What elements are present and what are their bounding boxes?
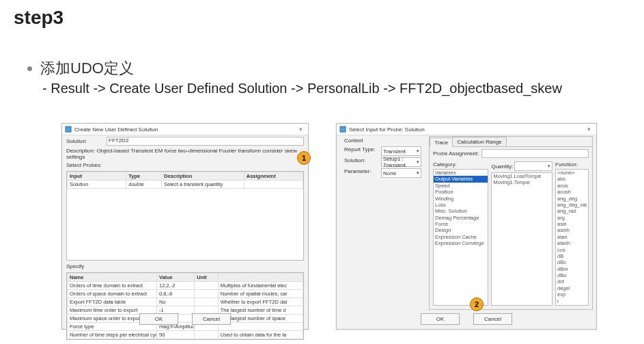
table-row[interactable]: Orders of time domain to extract12,2,-2M… — [68, 282, 303, 290]
table-row[interactable]: Export FFT2D data tableNoWhether to expo… — [68, 298, 303, 306]
table-cell: 50 — [157, 331, 195, 339]
list-item[interactable]: atanh — [556, 240, 588, 246]
svg-rect-0 — [66, 127, 71, 132]
probe-row[interactable]: Solution double Select a transient quant… — [68, 181, 303, 189]
list-item[interactable]: dct — [556, 278, 588, 285]
parameter-value: None — [383, 170, 396, 176]
list-item[interactable]: ang_deg_val — [556, 202, 588, 208]
list-item[interactable]: arg — [556, 215, 588, 221]
parameter-label: Parameter: — [344, 168, 378, 178]
table-row[interactable]: Number of time steps per electrical cycl… — [68, 331, 303, 339]
spec-hdr-value: Value — [157, 274, 195, 282]
tab-trace[interactable]: Trace — [430, 137, 453, 147]
list-item[interactable]: acosh — [556, 189, 588, 195]
table-cell: Multiples of fundamental elec — [218, 282, 303, 290]
solution-label: Solution — [66, 138, 104, 144]
probe-cell: Solution — [68, 181, 126, 189]
list-item[interactable]: asin — [556, 221, 588, 227]
probe-assignment-input[interactable] — [481, 149, 589, 158]
probe-hdr-desc: Description — [162, 172, 244, 181]
list-item[interactable]: Speed — [434, 183, 488, 189]
description-value: Object-based Transient EM force two-dime… — [66, 148, 297, 160]
list-item[interactable]: Force — [434, 221, 488, 227]
list-item[interactable]: j0 — [556, 304, 588, 306]
parameter-select[interactable]: None ▾ — [381, 168, 421, 178]
solution-label: Solution: — [344, 157, 378, 167]
list-item[interactable]: acos — [556, 183, 588, 189]
list-item[interactable]: Loss — [434, 202, 488, 208]
solution-select[interactable]: Setup1 : Transient ▾ — [381, 157, 421, 167]
table-cell: 12,2,-2 — [157, 282, 195, 290]
quantity-filter-select[interactable]: ▾ — [514, 161, 552, 171]
list-item[interactable]: Expression Converge — [434, 240, 488, 246]
function-label: Function: — [555, 161, 578, 168]
list-item[interactable]: cos — [556, 247, 588, 253]
report-type-select[interactable]: Transient ▾ — [381, 146, 421, 156]
list-item[interactable]: abs — [556, 176, 588, 182]
list-item[interactable]: Moving1.Torque — [492, 179, 552, 185]
cancel-button[interactable]: Cancel — [192, 313, 231, 325]
table-cell — [195, 331, 219, 339]
table-cell — [195, 298, 219, 306]
cancel-button[interactable]: Cancel — [473, 313, 512, 325]
solution-input[interactable]: FFT2D2 — [107, 137, 304, 146]
list-item[interactable]: <none> — [556, 170, 588, 176]
list-item[interactable]: dBu — [556, 272, 588, 278]
probe-cell[interactable] — [244, 181, 303, 189]
table-cell: Orders of time domain to extract — [68, 282, 157, 290]
specify-grid[interactable]: Name Value Unit Orders of time domain to… — [66, 272, 304, 340]
bullet-text: 添加UDO定义 — [40, 58, 134, 79]
table-cell: Used to obtain data for the la — [218, 331, 303, 339]
dialog2-title: Select Input for Probe: Solution — [349, 127, 425, 133]
dialog1-titlebar: Create New User Defined Solution × — [62, 124, 308, 135]
table-cell: Whether to export FFT2D dat — [218, 298, 303, 306]
ok-button[interactable]: OK — [421, 313, 460, 325]
list-item[interactable]: degel — [556, 285, 588, 291]
list-item[interactable]: ang_rad — [556, 208, 588, 214]
step-title: step3 — [14, 7, 64, 29]
spec-hdr-unit: Unit — [195, 274, 219, 282]
list-item[interactable]: Output Variables — [434, 176, 488, 182]
function-listbox[interactable]: <none>absacosacoshang_degang_deg_valang_… — [555, 169, 589, 306]
list-item[interactable]: Design — [434, 227, 488, 233]
report-type-label: Report Type: — [344, 146, 378, 156]
list-item[interactable]: Demag Percentage — [434, 215, 488, 221]
list-item[interactable]: Expression Cache — [434, 234, 488, 240]
menu-path: - Result -> Create User Defined Solution… — [42, 81, 562, 96]
probe-cell: double — [126, 181, 162, 189]
probe-cell: Select a transient quantity — [162, 181, 244, 189]
tab-calc-range[interactable]: Calculation Range — [452, 137, 506, 146]
select-input-dialog: Select Input for Probe: Solution × Conte… — [336, 123, 597, 330]
close-icon[interactable]: × — [296, 126, 305, 133]
list-item[interactable]: asinh — [556, 227, 588, 233]
list-item[interactable]: dBm — [556, 266, 588, 272]
category-listbox[interactable]: VariablesOutput VariablesSpeedPositionWi… — [433, 169, 488, 306]
table-row[interactable]: Orders of space domain to extract0,8,-8N… — [68, 290, 303, 298]
list-item[interactable]: i — [556, 298, 588, 304]
list-item[interactable]: Variables — [434, 170, 488, 176]
quantity-listbox[interactable]: Moving1.LoadTorqueMoving1.Torque — [491, 172, 552, 306]
table-cell: Number of spatial modes, car — [218, 290, 303, 298]
table-cell: Export FFT2D data table — [68, 298, 157, 306]
list-item[interactable]: atan — [556, 234, 588, 240]
list-item[interactable]: Winding — [434, 196, 488, 202]
list-item[interactable]: dB — [556, 253, 588, 259]
table-cell: Orders of space domain to extract — [68, 290, 157, 298]
list-item[interactable]: Position — [434, 189, 488, 195]
bullet-dot-icon — [27, 66, 32, 71]
list-item[interactable]: dBc — [556, 259, 588, 265]
svg-rect-1 — [340, 127, 346, 132]
list-item[interactable]: Misc. Solution — [434, 208, 488, 214]
chevron-down-icon: ▾ — [417, 159, 419, 165]
probe-assignment-label: Probe Assignment: — [433, 150, 479, 157]
probe-grid[interactable]: Input Type Description Assignment Soluti… — [66, 171, 304, 261]
ok-button[interactable]: OK — [139, 313, 178, 325]
table-cell: Number of time steps per electrical cycl… — [68, 331, 157, 339]
list-item[interactable]: Moving1.LoadTorque — [492, 173, 552, 179]
callout-2: 2 — [470, 297, 484, 311]
list-item[interactable]: exp — [556, 291, 588, 297]
close-icon[interactable]: × — [585, 126, 593, 133]
callout-1: 1 — [297, 151, 311, 165]
probe-hdr-type: Type — [126, 172, 162, 181]
list-item[interactable]: ang_deg — [556, 196, 588, 202]
